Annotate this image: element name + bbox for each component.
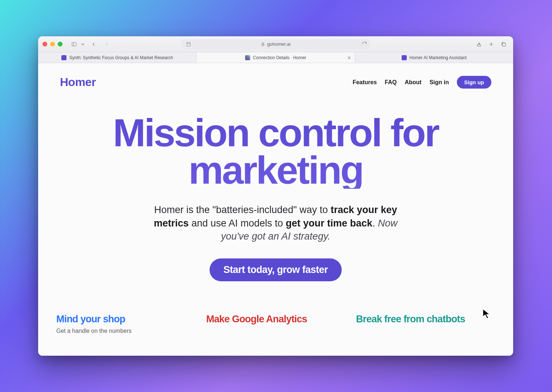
hero-headline: Mission control for marketing [53, 114, 499, 189]
browser-tab-0[interactable]: Synth: Synthetic Focus Groups & AI Marke… [38, 52, 196, 63]
tab-strip: Synth: Synthetic Focus Groups & AI Marke… [38, 52, 513, 63]
feature-card-1: Make Google Analytics [206, 314, 345, 334]
forward-button[interactable] [102, 40, 112, 49]
browser-tab-2[interactable]: Homer AI Marketing Assistant [355, 52, 513, 63]
svg-rect-9 [503, 43, 506, 46]
site-nav-links: Features FAQ About Sign in Sign up [353, 76, 491, 89]
signup-button[interactable]: Sign up [457, 76, 491, 89]
svg-rect-0 [72, 42, 76, 46]
feature-cards: Mind your shop Get a handle on the numbe… [38, 281, 513, 334]
reload-button[interactable] [361, 41, 368, 48]
hero-sub-text: . [372, 218, 378, 229]
page-content: Homer Features FAQ About Sign in Sign up… [38, 63, 513, 356]
share-button[interactable] [474, 40, 484, 49]
favicon-icon [245, 55, 250, 60]
svg-rect-2 [187, 42, 190, 46]
tab-title: Homer AI Marketing Assistant [410, 55, 467, 60]
hero-subtitle: Homer is the "batteries-included" way to… [145, 203, 406, 243]
tab-overview-button[interactable] [499, 40, 509, 49]
card-body: Get a handle on the numbers [56, 328, 195, 334]
card-title: Mind your shop [56, 314, 195, 324]
desktop-background: gohomer.ai Synth: Synt [0, 0, 552, 392]
tab-title: Connection Details · Homer [253, 55, 307, 60]
nav-about[interactable]: About [405, 79, 421, 86]
hero-sub-text: Homer is the "batteries-included" way to [154, 204, 331, 215]
feature-card-2: Break free from chatbots [356, 314, 495, 334]
site-logo[interactable]: Homer [60, 75, 96, 89]
address-bar[interactable]: gohomer.ai [181, 39, 370, 49]
svg-rect-4 [262, 44, 264, 46]
window-close-icon[interactable] [42, 42, 47, 46]
dropdown-chevron-icon[interactable] [80, 40, 86, 49]
tab-title: Synth: Synthetic Focus Groups & AI Marke… [69, 55, 173, 60]
nav-faq[interactable]: FAQ [385, 79, 397, 86]
card-title: Break free from chatbots [356, 314, 495, 324]
site-settings-button[interactable] [183, 40, 194, 49]
window-zoom-icon[interactable] [58, 42, 62, 46]
card-title: Make Google Analytics [206, 314, 345, 324]
browser-toolbar: gohomer.ai [38, 36, 513, 52]
nav-signin[interactable]: Sign in [430, 79, 449, 86]
favicon-icon [61, 55, 66, 60]
nav-features[interactable]: Features [353, 79, 377, 86]
hero-sub-bold: get your time back [286, 218, 373, 229]
browser-tab-1[interactable]: Connection Details · Homer ✕ [196, 52, 355, 63]
sidebar-toggle-button[interactable] [69, 40, 79, 49]
cta-button[interactable]: Start today, grow faster [210, 258, 342, 281]
url-text: gohomer.ai [267, 41, 291, 47]
hero-section: Mission control for marketing Homer is t… [38, 89, 513, 281]
site-header: Homer Features FAQ About Sign in Sign up [38, 63, 513, 89]
window-minimize-icon[interactable] [50, 42, 55, 46]
tab-close-button[interactable]: ✕ [347, 55, 351, 60]
new-tab-button[interactable] [486, 40, 496, 49]
hero-sub-text: and use AI models to [189, 218, 286, 229]
window-controls [42, 42, 62, 46]
browser-window: gohomer.ai Synth: Synt [38, 36, 513, 356]
feature-card-0: Mind your shop Get a handle on the numbe… [56, 314, 195, 334]
back-button[interactable] [89, 40, 99, 49]
lock-icon [261, 42, 265, 46]
favicon-icon [402, 55, 407, 60]
